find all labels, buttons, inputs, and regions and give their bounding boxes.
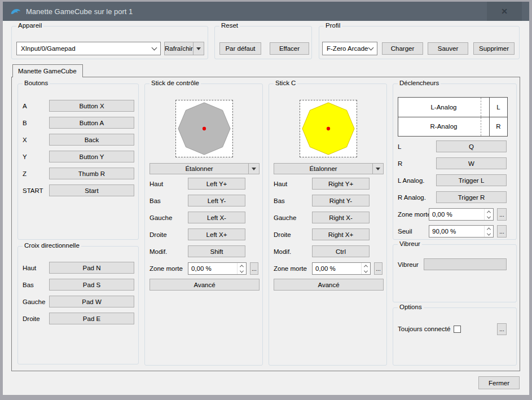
deadzone-value[interactable]: 0,00 % bbox=[429, 209, 484, 220]
c-stick-advanced-button[interactable]: Avancé bbox=[274, 279, 384, 291]
triggers-deadzone-row: Zone morte 0,00 % ... bbox=[398, 208, 507, 221]
mapping-button-z[interactable]: Thumb R bbox=[49, 168, 134, 179]
c-stick-row-left: Gauche Right X- bbox=[274, 212, 382, 223]
mapping-button-a[interactable]: Button X bbox=[49, 100, 134, 112]
mapping-label: W bbox=[468, 160, 474, 167]
row-label: Bas bbox=[23, 282, 49, 288]
mapping-button-c-modifier[interactable]: Ctrl bbox=[312, 245, 370, 257]
options-group: Options Toujours connecté ... bbox=[393, 307, 517, 366]
rumble-mapping-button[interactable] bbox=[424, 258, 507, 270]
mapping-button-trigger-r-analog[interactable]: Trigger R bbox=[436, 191, 507, 203]
dpad-group: Croix directionnelle Haut Pad N Bas Pad … bbox=[17, 246, 139, 364]
mapping-button-start[interactable]: Start bbox=[49, 184, 134, 196]
mapping-button-c-down[interactable]: Right Y- bbox=[312, 195, 370, 206]
mapping-label: Button X bbox=[79, 103, 104, 109]
default-button-label: Par défaut bbox=[225, 45, 255, 52]
close-button[interactable]: ✕ bbox=[487, 2, 522, 21]
mapping-button-main-left[interactable]: Left X- bbox=[188, 212, 245, 223]
mapping-button-x[interactable]: Back bbox=[49, 134, 134, 146]
profile-delete-button[interactable]: Supprimer bbox=[473, 42, 515, 55]
mapping-button-trigger-r[interactable]: W bbox=[436, 157, 507, 169]
mapping-button-dpad-right[interactable]: Pad E bbox=[49, 313, 134, 324]
spin-down-icon[interactable] bbox=[362, 269, 370, 274]
trigger-row-l-analog: L Analog. Trigger L bbox=[398, 174, 507, 186]
mapping-button-dpad-left[interactable]: Pad W bbox=[49, 296, 134, 307]
deadzone-value[interactable]: 0,00 % bbox=[188, 263, 237, 274]
profile-load-button[interactable]: Charger bbox=[382, 42, 423, 55]
c-stick-deadzone-spinbox[interactable]: 0,00 % bbox=[312, 262, 371, 275]
mapping-button-y[interactable]: Button Y bbox=[49, 151, 134, 162]
close-dialog-button[interactable]: Fermer bbox=[478, 376, 520, 389]
mapping-button-c-up[interactable]: Right Y+ bbox=[312, 178, 370, 190]
main-stick-deadzone-row: Zone morte 0,00 % ... bbox=[150, 262, 258, 275]
always-connected-checkbox[interactable] bbox=[454, 326, 461, 333]
main-stick-advanced-button[interactable]: Avancé bbox=[150, 279, 260, 291]
c-stick-row-down: Bas Right Y- bbox=[274, 195, 382, 206]
spin-up-icon[interactable] bbox=[238, 263, 246, 269]
triggers-deadzone-spinbox[interactable]: 0,00 % bbox=[429, 208, 494, 221]
row-label: A bbox=[23, 103, 49, 109]
row-label: Droite bbox=[23, 315, 49, 322]
mapping-button-main-up[interactable]: Left Y+ bbox=[188, 178, 245, 190]
c-stick-calibrate-button[interactable]: Étalonner bbox=[274, 163, 384, 174]
triggers-deadzone-more-button[interactable]: ... bbox=[497, 208, 507, 221]
profile-save-button[interactable]: Sauver bbox=[428, 42, 468, 55]
device-select[interactable]: XInput/0/Gamepad bbox=[16, 42, 161, 55]
main-stick-deadzone-spinbox[interactable]: 0,00 % bbox=[188, 262, 247, 275]
mapping-button-b[interactable]: Button A bbox=[49, 117, 134, 129]
spin-up-icon[interactable] bbox=[485, 226, 493, 231]
mapping-label: Right X+ bbox=[328, 231, 353, 238]
row-label: Bas bbox=[150, 197, 188, 204]
spin-down-icon[interactable] bbox=[485, 231, 493, 237]
refresh-dropdown[interactable] bbox=[193, 42, 204, 55]
default-button[interactable]: Par défaut bbox=[219, 42, 261, 55]
button-row-y: Y Button Y bbox=[23, 151, 134, 162]
close-icon: ✕ bbox=[501, 7, 508, 16]
mapping-button-c-left[interactable]: Right X- bbox=[312, 212, 370, 223]
ellipsis-icon: ... bbox=[252, 266, 256, 272]
main-stick-calibrate-button[interactable]: Étalonner bbox=[150, 163, 260, 174]
mapping-button-main-modifier[interactable]: Shift bbox=[188, 245, 245, 257]
c-stick-deadzone-more-button[interactable]: ... bbox=[374, 262, 382, 275]
triggers-threshold-spinbox[interactable]: 90,00 % bbox=[429, 225, 494, 238]
threshold-value[interactable]: 90,00 % bbox=[429, 226, 484, 237]
rumble-motor-label: Vibreur bbox=[398, 261, 424, 268]
mapping-button-main-right[interactable]: Left X+ bbox=[188, 228, 245, 240]
c-stick-group: Stick C Étalonner Haut Right Y+ Bas Righ… bbox=[269, 83, 387, 366]
spin-down-icon[interactable] bbox=[238, 269, 246, 274]
row-label: R bbox=[398, 160, 436, 167]
profile-select[interactable]: F-Zero Arcade bbox=[322, 42, 377, 55]
options-more-button[interactable]: ... bbox=[497, 323, 507, 335]
row-label: B bbox=[23, 120, 49, 126]
triggers-threshold-more-button[interactable]: ... bbox=[497, 225, 507, 238]
mapping-button-trigger-l-analog[interactable]: Trigger L bbox=[436, 174, 507, 186]
spin-up-icon[interactable] bbox=[485, 209, 493, 214]
calibrate-dropdown[interactable] bbox=[248, 164, 259, 174]
mapping-label: Left Y- bbox=[208, 197, 226, 204]
clear-button[interactable]: Effacer bbox=[270, 42, 309, 55]
dropdown-arrow-icon bbox=[196, 47, 201, 50]
deadzone-value[interactable]: 0,00 % bbox=[313, 263, 361, 274]
mapping-button-trigger-l[interactable]: Q bbox=[436, 140, 507, 152]
spin-arrows bbox=[484, 226, 493, 237]
calibrate-dropdown[interactable] bbox=[372, 164, 383, 174]
mapping-button-dpad-up[interactable]: Pad N bbox=[49, 262, 134, 274]
main-stick-deadzone-more-button[interactable]: ... bbox=[250, 262, 258, 275]
main-stick-row-up: Haut Left Y+ bbox=[150, 178, 258, 190]
mapping-button-dpad-down[interactable]: Pad S bbox=[49, 279, 134, 291]
threshold-label: Seuil bbox=[398, 228, 429, 235]
refresh-button[interactable]: Rafraîchir bbox=[164, 42, 204, 55]
row-label: Droite bbox=[150, 231, 188, 238]
mapping-button-main-down[interactable]: Left Y- bbox=[188, 195, 245, 206]
mapping-label: Shift bbox=[210, 248, 223, 255]
mapping-button-c-right[interactable]: Right X+ bbox=[312, 228, 370, 240]
tab-manette-gamecube[interactable]: Manette GameCube bbox=[12, 64, 83, 77]
deadzone-label: Zone morte bbox=[398, 211, 429, 218]
row-label: Gauche bbox=[274, 214, 312, 221]
row-label: Gauche bbox=[23, 298, 49, 305]
spin-down-icon[interactable] bbox=[485, 214, 493, 220]
device-group-label: Appareil bbox=[16, 22, 43, 29]
spin-up-icon[interactable] bbox=[362, 263, 370, 269]
buttons-group-label: Boutons bbox=[23, 80, 50, 86]
c-stick-group-label: Stick C bbox=[274, 80, 297, 86]
